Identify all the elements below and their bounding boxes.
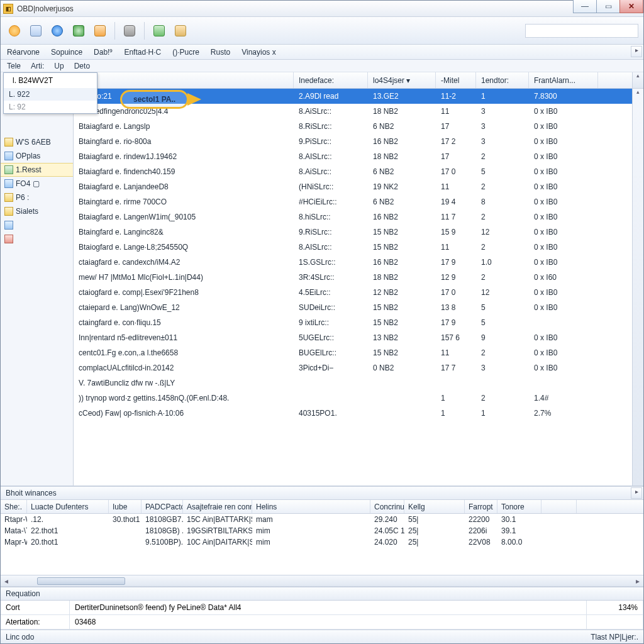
cell: 0 x IB0	[529, 167, 598, 176]
table-row[interactable]: Btaingtard e. rirme 700CO#HCiEiLrc::6 NB…	[74, 194, 632, 209]
sidebar-item[interactable]	[1, 218, 73, 232]
sidebar-item[interactable]: W'S 6AEB	[1, 135, 73, 149]
toolbar-button-run[interactable]	[150, 22, 168, 40]
toolbar-search-input[interactable]	[525, 24, 638, 38]
cell: 25|	[404, 538, 465, 547]
vertical-scrollbar[interactable]: ▴	[632, 89, 643, 486]
sidebar-item[interactable]: Sialets	[1, 204, 73, 218]
close-button[interactable]: ✕	[619, 0, 643, 13]
column-header[interactable]: Tonore	[497, 500, 541, 513]
table-row[interactable]: complacUALcfitilcd-in.201423Picd+Di−0 NB…	[74, 360, 632, 375]
cell: 2.A9Dl read	[294, 92, 368, 101]
column-header[interactable]: She:.	[1, 500, 27, 513]
table-row[interactable]: Btaiagfard e. rindew1J.194628.AISLrc::18…	[74, 149, 632, 164]
sidebar-item[interactable]: FO4 ▢	[1, 177, 73, 191]
dropdown-header[interactable]	[4, 73, 97, 88]
column-header[interactable]	[541, 500, 577, 513]
submenu-item[interactable]: Up	[54, 62, 64, 70]
column-header[interactable]: PADCPactor	[142, 500, 183, 513]
menu-item[interactable]: Rusto	[211, 48, 230, 57]
submenu-item[interactable]: Tele	[7, 62, 21, 70]
column-header[interactable]: -Mitel	[436, 72, 476, 88]
submenu-item[interactable]: Deto	[74, 62, 90, 70]
column-header[interactable]: Inedeface:	[294, 72, 368, 88]
maximize-button[interactable]: ▭	[596, 0, 620, 13]
panel-overflow-button[interactable]: ▸	[631, 487, 642, 499]
cell: 16 NB2	[368, 213, 436, 221]
table-row[interactable]: cCeod) Faw| op-fisnich·A·10:0640315PO1.1…	[74, 406, 632, 421]
table-row[interactable]: Btaingfard e. rio-800a9.PiSLrc::16 NB217…	[74, 134, 632, 149]
column-header[interactable]: lo4S4jser ▾	[368, 72, 436, 88]
cell-name: Btaiagfard e. LanjandeeD8	[74, 182, 294, 191]
cell-name: complacUALcfitilcd-in.20142	[74, 364, 294, 372]
toolbar-button-paste[interactable]	[172, 22, 189, 40]
dropdown-option[interactable]: L. 922	[4, 88, 97, 101]
column-header[interactable]	[74, 72, 294, 88]
column-header[interactable]: FrantAlarn...	[529, 72, 598, 88]
table-row[interactable]: mew/ H7 |MtMo1 Mlc(Fiol+L.1in|D44)3R:4SL…	[74, 270, 632, 285]
table-row[interactable]: Btaiagfard e. LangenW1im(_901058.hiSLrc:…	[74, 209, 632, 225]
sidebar-item[interactable]: OPplas	[1, 149, 73, 163]
table-row[interactable]: ctaingfard e. con·fliqu.159 ixtiLrc::15 …	[74, 315, 632, 330]
table-row[interactable]: Mata-\T'BBP Firepart.id.22.thot118108GB)…	[1, 525, 643, 536]
menu-item[interactable]: ()·Pucre	[172, 48, 199, 57]
scroll-right-icon[interactable]: ▸	[632, 577, 643, 586]
column-header[interactable]: Helins	[252, 500, 370, 513]
table-row[interactable]: ctaiagfard e. candexch/iM4.A21S.GSLrc::1…	[74, 255, 632, 270]
column-header[interactable]: Luacte Dufenters	[27, 500, 109, 513]
table-row[interactable]: ctaiepard e. Lang)WnOwE_12SUDeiLrc::15 N…	[74, 300, 632, 315]
table-row[interactable]: ctaiogfard e. comp|.Esexi'9F21hen84.5EiL…	[74, 285, 632, 300]
cell-name: )) trγnop word·z gettins.1458nQ.(0F.enl.…	[74, 394, 294, 402]
table-row[interactable]: Rtapr-WD f Shep.12.30.thot118108GB7.12.1…	[1, 514, 643, 525]
column-header[interactable]: 1endtor:	[476, 72, 529, 88]
menu-item[interactable]: Réarvone	[7, 48, 40, 57]
table-row[interactable]: Btaingfard e. Langinc82&9.RiSLrc::15 NB2…	[74, 225, 632, 240]
table-row[interactable]: Btaiagfard e. findench40.1598.AiSLrc::6 …	[74, 164, 632, 179]
vertical-scrollbar[interactable]: ▴	[632, 72, 643, 88]
sidebar-item[interactable]	[1, 232, 73, 246]
table-row[interactable]: Inn|rentard n5-edlitreven±0115UGELrc::13…	[74, 330, 632, 345]
toolbar-button-sheet[interactable]	[70, 22, 87, 40]
dropdown-option[interactable]: L: 92	[4, 101, 97, 113]
table-row[interactable]: Btaiogfard e. Lange·L8;254550Q8.AISLrc::…	[74, 240, 632, 255]
table-row[interactable]: )) trγnop word·z gettins.1458nQ.(0F.enl.…	[74, 391, 632, 406]
menu-item[interactable]: Vinayios x	[242, 48, 275, 57]
submenu-item[interactable]: Arti:	[31, 62, 44, 70]
cell-name: centc01.Fg e.con,.a l.the6658	[74, 348, 294, 357]
toolbar-button-globe[interactable]	[48, 22, 66, 40]
menubar-overflow-button[interactable]: ▸	[631, 46, 642, 57]
toolbar-button-db[interactable]	[121, 22, 138, 40]
scrollbar-thumb[interactable]	[37, 577, 125, 585]
menu-item[interactable]: Sopuince	[51, 48, 82, 57]
column-header[interactable]: Iube	[109, 500, 142, 513]
scroll-left-icon[interactable]: ◂	[1, 577, 12, 586]
sidebar-item[interactable]: 1.Resst	[1, 163, 73, 177]
toolbar-button-monitor[interactable]	[27, 22, 45, 40]
table-row[interactable]: V. 7awtiBuncliz dfw rw -.ß|LY	[74, 375, 632, 391]
dropdown-input[interactable]	[9, 75, 92, 86]
column-header[interactable]: Farropt	[465, 500, 497, 513]
cell: 0 x IB0	[529, 228, 598, 236]
lower-panel: Bhoit winances ▸ She:. Luacte Dufenters …	[1, 486, 643, 586]
toolbar-button-home[interactable]	[6, 22, 23, 40]
toolbar-button-figure[interactable]	[91, 22, 109, 40]
regulation-title: Requation	[1, 587, 643, 601]
table-row[interactable]: Mapr-WDJEPlanente·.iC.20.thot19.5100BP).…	[1, 536, 643, 548]
table-row[interactable]: Btaiagfard e. Langslp8.RiSLrc::6 NB21730…	[74, 119, 632, 134]
cell: 17 0	[436, 167, 476, 176]
cell: 13 NB2	[368, 333, 436, 342]
filter-dropdown[interactable]: L. 922 L: 92	[3, 72, 97, 114]
horizontal-scrollbar[interactable]: ◂ ▸	[1, 575, 643, 586]
table-row[interactable]: centc01.Fg e.con,.a l.the6658BUGElLrc::1…	[74, 345, 632, 360]
column-header[interactable]: Kellg	[404, 500, 465, 513]
column-header[interactable]: Concrinurte	[370, 500, 404, 513]
table-row[interactable]: Btaiagfard e. LanjandeeD8(HNiSLrc::19 NK…	[74, 179, 632, 194]
cell: 19GSiRTBILTARKSIT2-43	[183, 526, 252, 535]
menu-item[interactable]: Dab!⁹	[94, 48, 113, 57]
column-header[interactable]: Asajtefraie ren connt	[183, 500, 252, 513]
minimize-button[interactable]: —	[573, 0, 597, 13]
reg-value: 03468	[70, 615, 587, 629]
cell: 18 NB2	[368, 107, 436, 116]
sidebar-item[interactable]: P6 :	[1, 191, 73, 204]
menu-item[interactable]: Enftad·H·C	[124, 48, 161, 57]
